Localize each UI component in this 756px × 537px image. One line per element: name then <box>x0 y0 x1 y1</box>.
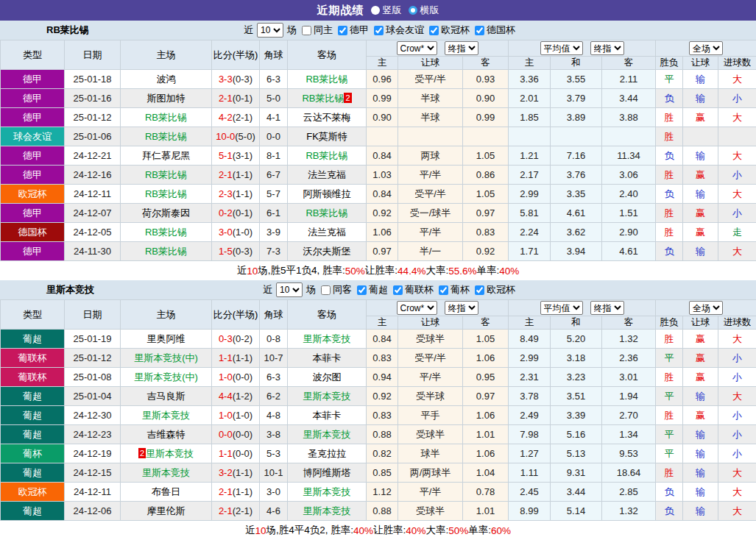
team-link[interactable]: 里斯本竞技 <box>142 410 190 421</box>
team-link[interactable]: 里奥阿维 <box>147 333 186 344</box>
same-venue-checkbox[interactable] <box>321 285 331 295</box>
team-link[interactable]: 里斯本竞技(中) <box>134 352 198 363</box>
score-cell[interactable]: 3-3(0-3) <box>212 70 260 89</box>
same-venue-checkbox[interactable] <box>302 26 311 35</box>
competition-badge[interactable]: 德甲 <box>1 108 65 127</box>
score-cell[interactable]: 0-0(0-0) <box>212 425 260 444</box>
competition-badge[interactable]: 葡超 <box>1 425 65 444</box>
score-cell[interactable]: 4-2(2-1) <box>212 108 260 127</box>
score-cell[interactable]: 1-0(0-0) <box>212 368 260 387</box>
competition-badge[interactable]: 德甲 <box>1 89 65 108</box>
team-link[interactable]: 法兰克福 <box>308 227 346 238</box>
competition-badge[interactable]: 葡超 <box>1 387 65 406</box>
team-link[interactable]: 布鲁日 <box>152 486 180 497</box>
team-link[interactable]: RB莱比锡 <box>145 188 187 199</box>
score-cell[interactable]: 2-3(1-1) <box>212 185 260 204</box>
odds-time-select[interactable]: 终指 <box>445 301 478 315</box>
league-filter-checkbox[interactable] <box>374 26 384 35</box>
team-link[interactable]: 沃尔夫斯堡 <box>303 246 351 257</box>
team-name[interactable]: 里斯本竞技 <box>46 283 94 296</box>
team-link[interactable]: 吉维森特 <box>147 429 186 440</box>
average-select[interactable]: 平均值 <box>540 301 583 315</box>
team-link[interactable]: 斯图加特 <box>147 93 186 104</box>
team-link[interactable]: FK莫斯特 <box>306 131 347 142</box>
competition-badge[interactable]: 葡联杯 <box>1 349 65 368</box>
team-link[interactable]: 吉马良斯 <box>147 391 186 402</box>
competition-badge[interactable]: 欧冠杯 <box>1 483 65 502</box>
score-cell[interactable]: 5-1(3-1) <box>212 146 260 166</box>
team-link[interactable]: 法兰克福 <box>308 169 346 180</box>
team-link[interactable]: 里斯本竞技 <box>303 505 351 516</box>
odds-time-select[interactable]: 终指 <box>445 41 478 55</box>
competition-badge[interactable]: 葡超 <box>1 502 65 521</box>
league-filter-checkbox[interactable] <box>429 26 439 35</box>
odds-company-select[interactable]: Crow* <box>397 41 437 55</box>
full-match-select[interactable]: 全场 <box>689 41 723 55</box>
score-cell[interactable]: 3-2(1-1) <box>212 463 260 483</box>
score-cell[interactable]: 0-3(0-2) <box>212 330 260 349</box>
team-link[interactable]: 里斯本竞技 <box>303 391 351 402</box>
team-link[interactable]: 阿斯顿维拉 <box>303 188 351 199</box>
team-link[interactable]: RB莱比锡 <box>302 93 344 104</box>
competition-badge[interactable]: 葡联杯 <box>1 368 65 387</box>
match-count-select[interactable]: 10 <box>276 282 303 297</box>
team-link[interactable]: RB莱比锡 <box>145 112 187 123</box>
team-link[interactable]: RB莱比锡 <box>305 150 347 161</box>
competition-badge[interactable]: 德甲 <box>1 70 65 89</box>
team-link[interactable]: 圣克拉拉 <box>308 448 346 459</box>
layout-option-vertical[interactable]: 竖版 <box>371 4 402 17</box>
league-filter-checkbox[interactable] <box>338 26 347 35</box>
score-cell[interactable]: 3-0(1-0) <box>212 223 260 242</box>
radio-selected-icon[interactable] <box>409 6 417 15</box>
team-link[interactable]: 波鸿 <box>157 74 176 85</box>
average-select[interactable]: 平均值 <box>540 41 583 55</box>
team-link[interactable]: RB莱比锡 <box>145 169 187 180</box>
score-cell[interactable]: 1-1(1-1) <box>212 349 260 368</box>
team-link[interactable]: 拜仁慕尼黑 <box>142 150 190 161</box>
team-link[interactable]: 里斯本竞技 <box>303 429 351 440</box>
score-cell[interactable]: 2-1(1-1) <box>212 483 260 502</box>
score-cell[interactable]: 2-1(0-1) <box>212 89 260 108</box>
layout-option-horizontal[interactable]: 横版 <box>409 4 439 17</box>
score-cell[interactable]: 10-0(5-0) <box>212 127 260 146</box>
competition-badge[interactable]: 葡杯 <box>1 444 65 463</box>
score-cell[interactable]: 0-2(0-1) <box>212 204 260 223</box>
team-link[interactable]: RB莱比锡 <box>305 74 347 85</box>
score-cell[interactable]: 2-1(1-1) <box>212 166 260 185</box>
competition-badge[interactable]: 德甲 <box>1 242 65 261</box>
team-link[interactable]: 本菲卡 <box>313 352 342 363</box>
team-link[interactable]: 云达不莱梅 <box>303 112 351 123</box>
league-filter-checkbox[interactable] <box>357 285 367 295</box>
team-link[interactable]: 波尔图 <box>313 371 342 383</box>
team-link[interactable]: RB莱比锡 <box>145 227 187 238</box>
competition-badge[interactable]: 欧冠杯 <box>1 185 65 204</box>
team-link[interactable]: RB莱比锡 <box>145 246 187 257</box>
team-link[interactable]: RB莱比锡 <box>145 131 187 142</box>
competition-badge[interactable]: 葡超 <box>1 330 65 349</box>
league-filter-checkbox[interactable] <box>439 285 448 295</box>
team-link[interactable]: 里斯本竞技 <box>303 333 351 344</box>
team-link[interactable]: 里斯本竞技 <box>303 486 351 497</box>
full-match-select[interactable]: 全场 <box>689 301 723 315</box>
competition-badge[interactable]: 德甲 <box>1 204 65 223</box>
competition-badge[interactable]: 德甲 <box>1 146 65 166</box>
score-cell[interactable]: 1-5(0-3) <box>212 242 260 261</box>
league-filter-checkbox[interactable] <box>475 285 484 295</box>
score-cell[interactable]: 1-0(1-0) <box>212 406 260 425</box>
competition-badge[interactable]: 葡超 <box>1 406 65 425</box>
competition-badge[interactable]: 葡超 <box>1 463 65 483</box>
team-link[interactable]: 里斯本竞技(中) <box>134 371 198 383</box>
team-link[interactable]: 本菲卡 <box>313 410 342 421</box>
radio-unselected-icon[interactable] <box>371 6 380 15</box>
score-cell[interactable]: 1-1(0-0) <box>212 444 260 463</box>
score-cell[interactable]: 2-1(2-1) <box>212 502 260 521</box>
odds-company-select[interactable]: Crow* <box>397 301 437 315</box>
match-count-select[interactable]: 10 <box>257 23 283 38</box>
competition-badge[interactable]: 球会友谊 <box>1 127 65 146</box>
team-name[interactable]: RB莱比锡 <box>46 24 89 37</box>
league-filter-checkbox[interactable] <box>393 285 403 295</box>
team-link[interactable]: 摩里伦斯 <box>147 505 186 516</box>
competition-badge[interactable]: 德国杯 <box>1 223 65 242</box>
team-link[interactable]: 荷尔斯泰因 <box>142 207 190 218</box>
league-filter-checkbox[interactable] <box>475 26 484 35</box>
